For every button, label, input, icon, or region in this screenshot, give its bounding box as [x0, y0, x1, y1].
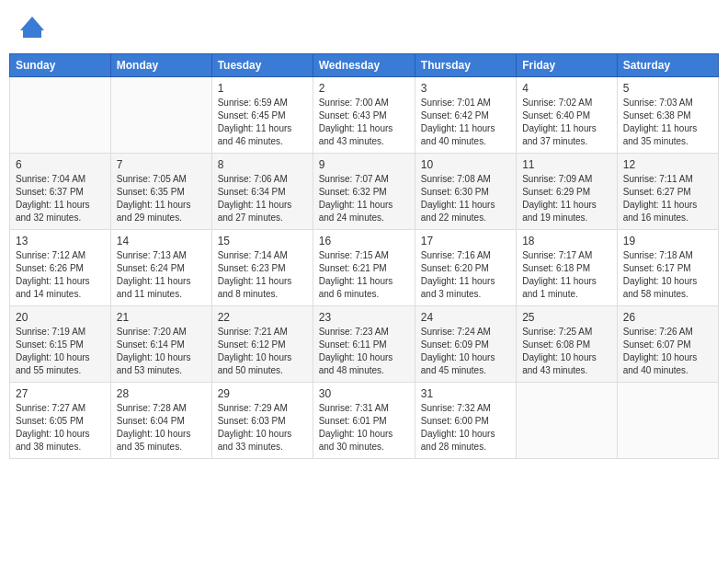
day-number: 12 — [623, 158, 712, 171]
day-number: 26 — [623, 311, 712, 324]
calendar-cell: 9Sunrise: 7:07 AM Sunset: 6:32 PM Daylig… — [313, 154, 415, 230]
day-info: Sunrise: 7:02 AM Sunset: 6:40 PM Dayligh… — [522, 97, 611, 148]
day-info: Sunrise: 7:15 AM Sunset: 6:21 PM Dayligh… — [319, 249, 409, 301]
day-number: 9 — [319, 158, 409, 171]
calendar-cell: 8Sunrise: 7:06 AM Sunset: 6:34 PM Daylig… — [211, 154, 313, 230]
day-info: Sunrise: 7:31 AM Sunset: 6:01 PM Dayligh… — [319, 402, 409, 454]
day-info: Sunrise: 7:05 AM Sunset: 6:35 PM Dayligh… — [117, 173, 206, 224]
calendar-cell: 11Sunrise: 7:09 AM Sunset: 6:29 PM Dayli… — [517, 154, 618, 230]
day-info: Sunrise: 6:59 AM Sunset: 6:45 PM Dayligh… — [218, 97, 307, 148]
day-number: 24 — [421, 311, 510, 324]
day-number: 31 — [421, 387, 510, 400]
day-number: 11 — [522, 158, 611, 171]
day-number: 10 — [421, 158, 510, 171]
calendar-cell: 19Sunrise: 7:18 AM Sunset: 6:17 PM Dayli… — [617, 230, 718, 306]
day-info: Sunrise: 7:32 AM Sunset: 6:00 PM Dayligh… — [421, 402, 510, 454]
day-info: Sunrise: 7:18 AM Sunset: 6:17 PM Dayligh… — [623, 249, 712, 301]
calendar-week-row: 6Sunrise: 7:04 AM Sunset: 6:37 PM Daylig… — [10, 154, 719, 230]
logo-icon — [18, 14, 46, 41]
calendar-cell: 5Sunrise: 7:03 AM Sunset: 6:38 PM Daylig… — [617, 77, 718, 154]
day-info: Sunrise: 7:04 AM Sunset: 6:37 PM Dayligh… — [16, 173, 105, 224]
calendar-cell: 25Sunrise: 7:25 AM Sunset: 6:08 PM Dayli… — [517, 306, 618, 383]
day-number: 28 — [117, 387, 206, 400]
day-info: Sunrise: 7:20 AM Sunset: 6:14 PM Dayligh… — [117, 326, 206, 377]
calendar-cell: 17Sunrise: 7:16 AM Sunset: 6:20 PM Dayli… — [415, 230, 516, 306]
day-info: Sunrise: 7:12 AM Sunset: 6:26 PM Dayligh… — [16, 249, 105, 301]
calendar-header-row: SundayMondayTuesdayWednesdayThursdayFrid… — [10, 54, 719, 77]
calendar-cell: 7Sunrise: 7:05 AM Sunset: 6:35 PM Daylig… — [110, 154, 211, 230]
day-number: 19 — [623, 235, 712, 247]
calendar-week-row: 13Sunrise: 7:12 AM Sunset: 6:26 PM Dayli… — [10, 230, 719, 306]
day-info: Sunrise: 7:21 AM Sunset: 6:12 PM Dayligh… — [218, 326, 307, 377]
day-info: Sunrise: 7:00 AM Sunset: 6:43 PM Dayligh… — [319, 97, 409, 148]
day-info: Sunrise: 7:14 AM Sunset: 6:23 PM Dayligh… — [218, 249, 307, 301]
day-info: Sunrise: 7:06 AM Sunset: 6:34 PM Dayligh… — [218, 173, 307, 224]
calendar-cell: 4Sunrise: 7:02 AM Sunset: 6:40 PM Daylig… — [517, 77, 618, 154]
calendar-cell: 16Sunrise: 7:15 AM Sunset: 6:21 PM Dayli… — [313, 230, 415, 306]
day-number: 30 — [319, 387, 409, 400]
day-number: 13 — [16, 235, 105, 247]
calendar-cell: 30Sunrise: 7:31 AM Sunset: 6:01 PM Dayli… — [313, 383, 415, 459]
day-number: 3 — [421, 82, 510, 95]
calendar-cell: 12Sunrise: 7:11 AM Sunset: 6:27 PM Dayli… — [617, 154, 718, 230]
day-info: Sunrise: 7:23 AM Sunset: 6:11 PM Dayligh… — [319, 326, 409, 377]
day-number: 8 — [218, 158, 307, 171]
calendar-cell: 3Sunrise: 7:01 AM Sunset: 6:42 PM Daylig… — [415, 77, 516, 154]
calendar-cell: 15Sunrise: 7:14 AM Sunset: 6:23 PM Dayli… — [211, 230, 313, 306]
day-number: 1 — [218, 82, 307, 95]
calendar-week-row: 27Sunrise: 7:27 AM Sunset: 6:05 PM Dayli… — [10, 383, 719, 459]
weekday-header: Monday — [110, 54, 211, 77]
calendar-cell: 31Sunrise: 7:32 AM Sunset: 6:00 PM Dayli… — [415, 383, 516, 459]
day-number: 20 — [16, 311, 105, 324]
day-info: Sunrise: 7:01 AM Sunset: 6:42 PM Dayligh… — [421, 97, 510, 148]
day-number: 29 — [218, 387, 307, 400]
day-info: Sunrise: 7:25 AM Sunset: 6:08 PM Dayligh… — [522, 326, 611, 377]
day-info: Sunrise: 7:29 AM Sunset: 6:03 PM Dayligh… — [218, 402, 307, 454]
calendar-cell — [617, 383, 718, 459]
day-info: Sunrise: 7:27 AM Sunset: 6:05 PM Dayligh… — [16, 402, 105, 454]
day-number: 15 — [218, 235, 307, 247]
day-number: 14 — [117, 235, 206, 247]
day-number: 21 — [117, 311, 206, 324]
svg-rect-2 — [23, 30, 41, 38]
day-info: Sunrise: 7:26 AM Sunset: 6:07 PM Dayligh… — [623, 326, 712, 377]
calendar-cell — [110, 77, 211, 154]
calendar-table: SundayMondayTuesdayWednesdayThursdayFrid… — [9, 53, 719, 459]
day-number: 17 — [421, 235, 510, 247]
day-number: 4 — [522, 82, 611, 95]
day-info: Sunrise: 7:11 AM Sunset: 6:27 PM Dayligh… — [623, 173, 712, 224]
calendar-cell: 18Sunrise: 7:17 AM Sunset: 6:18 PM Dayli… — [517, 230, 618, 306]
calendar-cell: 24Sunrise: 7:24 AM Sunset: 6:09 PM Dayli… — [415, 306, 516, 383]
calendar-cell: 22Sunrise: 7:21 AM Sunset: 6:12 PM Dayli… — [211, 306, 313, 383]
weekday-header: Wednesday — [313, 54, 415, 77]
calendar-cell: 20Sunrise: 7:19 AM Sunset: 6:15 PM Dayli… — [10, 306, 111, 383]
calendar-cell: 13Sunrise: 7:12 AM Sunset: 6:26 PM Dayli… — [10, 230, 111, 306]
weekday-header: Friday — [517, 54, 618, 77]
day-number: 18 — [522, 235, 611, 247]
day-info: Sunrise: 7:16 AM Sunset: 6:20 PM Dayligh… — [421, 249, 510, 301]
calendar-cell: 23Sunrise: 7:23 AM Sunset: 6:11 PM Dayli… — [313, 306, 415, 383]
calendar-cell: 6Sunrise: 7:04 AM Sunset: 6:37 PM Daylig… — [10, 154, 111, 230]
day-info: Sunrise: 7:03 AM Sunset: 6:38 PM Dayligh… — [623, 97, 712, 148]
day-number: 25 — [522, 311, 611, 324]
day-info: Sunrise: 7:19 AM Sunset: 6:15 PM Dayligh… — [16, 326, 105, 377]
calendar-cell — [10, 77, 111, 154]
logo — [18, 14, 50, 41]
calendar-cell: 1Sunrise: 6:59 AM Sunset: 6:45 PM Daylig… — [211, 77, 313, 154]
day-info: Sunrise: 7:17 AM Sunset: 6:18 PM Dayligh… — [522, 249, 611, 301]
day-info: Sunrise: 7:07 AM Sunset: 6:32 PM Dayligh… — [319, 173, 409, 224]
day-number: 23 — [319, 311, 409, 324]
calendar-cell: 28Sunrise: 7:28 AM Sunset: 6:04 PM Dayli… — [110, 383, 211, 459]
calendar-cell — [517, 383, 618, 459]
calendar-cell: 2Sunrise: 7:00 AM Sunset: 6:43 PM Daylig… — [313, 77, 415, 154]
day-info: Sunrise: 7:08 AM Sunset: 6:30 PM Dayligh… — [421, 173, 510, 224]
day-info: Sunrise: 7:13 AM Sunset: 6:24 PM Dayligh… — [117, 249, 206, 301]
page-header — [9, 9, 719, 46]
calendar-cell: 10Sunrise: 7:08 AM Sunset: 6:30 PM Dayli… — [415, 154, 516, 230]
day-info: Sunrise: 7:24 AM Sunset: 6:09 PM Dayligh… — [421, 326, 510, 377]
weekday-header: Sunday — [10, 54, 111, 77]
calendar-cell: 26Sunrise: 7:26 AM Sunset: 6:07 PM Dayli… — [617, 306, 718, 383]
calendar-cell: 27Sunrise: 7:27 AM Sunset: 6:05 PM Dayli… — [10, 383, 111, 459]
day-number: 2 — [319, 82, 409, 95]
day-info: Sunrise: 7:09 AM Sunset: 6:29 PM Dayligh… — [522, 173, 611, 224]
